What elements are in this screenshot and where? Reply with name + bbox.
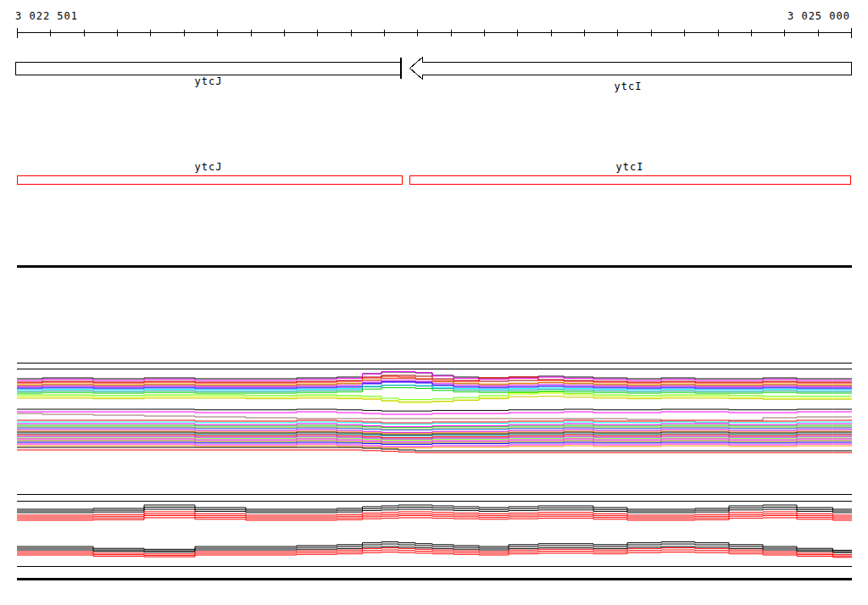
colored-band-2-line [17,412,852,414]
colored-band-2-line [17,414,852,423]
genome-viewer: 3 022 501 3 025 000 ytcJ ytcI ytcJ ytcI [0,0,868,605]
genome-plot-canvas [0,0,868,605]
red-box-ytcI[interactable] [410,176,851,185]
black-red-band-2-line [17,542,852,551]
black-red-band-1-line [17,508,852,512]
red-box-ytcJ[interactable] [18,176,403,185]
gene-ytcJ-shape[interactable] [16,63,401,75]
colored-band-1-line [17,372,852,379]
black-red-band-1-line [17,505,852,509]
colored-band-2-line [17,450,852,452]
colored-band-2-line [17,409,852,411]
gene-ytcI-arrow[interactable] [410,58,852,80]
